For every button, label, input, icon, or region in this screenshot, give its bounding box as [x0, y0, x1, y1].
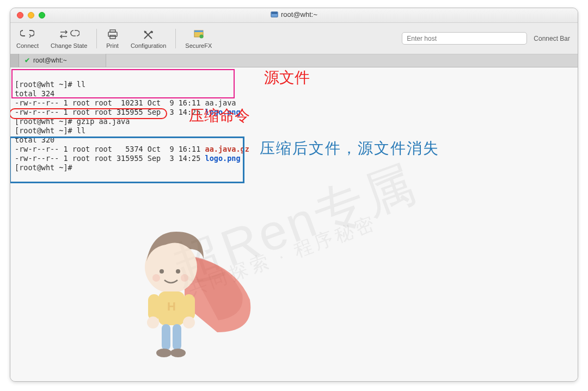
host-input[interactable] [402, 32, 527, 45]
configuration-label: Configuration [131, 42, 166, 49]
annotation-command: 压缩命令 [189, 111, 250, 120]
svg-point-19 [147, 316, 159, 328]
zoom-icon[interactable] [39, 12, 45, 18]
window-title: root@wht:~ [271, 10, 317, 18]
annotation-result: 压缩后文件，源文件消失 [260, 144, 439, 153]
svg-rect-22 [173, 324, 181, 350]
svg-point-24 [170, 349, 186, 357]
svg-point-9 [199, 35, 203, 39]
svg-point-23 [156, 349, 171, 357]
toolbar: Connect Change State Print Configuration… [10, 23, 578, 54]
svg-rect-15 [158, 291, 185, 325]
print-icon [107, 28, 119, 41]
terminal-icon [271, 11, 278, 18]
term-line: [root@wht ~]# ll [15, 126, 85, 135]
connect-label: Connect [16, 42, 39, 49]
traffic-lights [17, 12, 45, 18]
annotation-box-source [11, 69, 235, 98]
annotation-source: 源文件 [264, 73, 310, 82]
configuration-icon [142, 28, 155, 41]
securefx-label: SecureFX [185, 42, 212, 49]
window-title-text: root@wht:~ [281, 10, 317, 18]
svg-text:H: H [167, 300, 176, 313]
svg-point-11 [160, 269, 164, 274]
svg-rect-1 [272, 12, 278, 14]
configuration-button[interactable]: Configuration [131, 28, 166, 49]
svg-point-12 [176, 269, 180, 274]
svg-point-20 [183, 316, 195, 328]
annotation-box-command [10, 108, 167, 119]
svg-rect-18 [183, 294, 195, 320]
svg-rect-4 [110, 35, 115, 39]
term-line: -rw-r--r-- 1 root root 10231 Oct 9 16:11… [15, 98, 236, 107]
print-button[interactable]: Print [106, 28, 119, 49]
close-icon[interactable] [17, 12, 23, 18]
tab-handle[interactable] [10, 54, 19, 67]
change-state-label: Change State [51, 42, 87, 49]
svg-point-10 [145, 241, 197, 293]
watermark-sub: 共同探索 · 程序秘密 [187, 218, 378, 294]
svg-point-5 [144, 31, 146, 33]
connect-bar-label: Connect Bar [534, 35, 570, 42]
check-icon: ✔ [24, 57, 30, 64]
securefx-button[interactable]: SecureFX [185, 28, 212, 49]
toolbar-divider-2 [175, 29, 176, 48]
titlebar: root@wht:~ [10, 8, 578, 23]
connect-button[interactable]: Connect [16, 28, 39, 49]
app-window: root@wht:~ Connect Change State Print Co… [10, 8, 578, 382]
svg-rect-8 [194, 30, 203, 32]
securefx-icon [193, 28, 204, 41]
host-wrap: Connect Bar [402, 32, 570, 45]
print-label: Print [106, 42, 119, 49]
toolbar-divider [96, 29, 97, 48]
change-state-button[interactable]: Change State [51, 28, 87, 49]
minimize-icon[interactable] [28, 12, 34, 18]
watermark: 超Ren专属 [173, 176, 415, 272]
terminal-area[interactable]: [root@wht ~]# ll total 324 -rw-r--r-- 1 … [10, 67, 578, 381]
tab-bar: ✔ root@wht:~ [10, 54, 578, 67]
svg-point-14 [181, 274, 188, 282]
connect-icon [20, 28, 34, 41]
svg-rect-21 [162, 324, 170, 350]
annotation-box-result [10, 136, 244, 183]
cartoon-decoration: H [119, 229, 261, 382]
tab-label: root@wht:~ [33, 57, 67, 64]
tab-session[interactable]: ✔ root@wht:~ [19, 54, 106, 67]
svg-point-13 [152, 274, 160, 282]
svg-rect-17 [148, 294, 160, 320]
change-state-icon [59, 28, 79, 41]
svg-point-6 [151, 31, 153, 33]
